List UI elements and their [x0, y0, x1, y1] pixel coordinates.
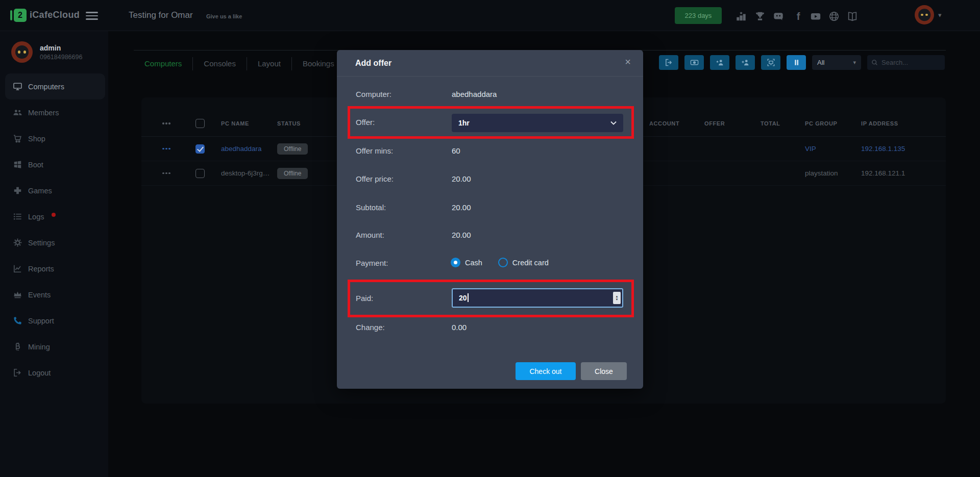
cart-icon — [13, 134, 22, 143]
add-member-button[interactable] — [736, 55, 755, 70]
column-header-pc-group[interactable]: PC GROUP — [805, 120, 861, 127]
admin-phone: 096184986696 — [40, 54, 82, 61]
alert-dot — [52, 213, 56, 217]
column-header-total[interactable]: TOTAL — [761, 120, 805, 127]
number-spinner[interactable]: ▲▼ — [613, 292, 621, 304]
cash-radio[interactable] — [451, 258, 460, 267]
tab-consoles[interactable]: Consoles — [193, 57, 247, 70]
row-actions-icon — [162, 122, 195, 124]
row-checkbox[interactable] — [195, 144, 205, 154]
screen-box-icon — [767, 58, 775, 67]
column-header-account[interactable]: ACCOUNT — [649, 120, 704, 127]
sidebar-item-label: Support — [28, 317, 54, 325]
trophy-icon[interactable] — [754, 10, 766, 22]
admin-name: admin — [40, 44, 82, 52]
docs-book-icon[interactable] — [846, 10, 859, 22]
status-badge: Offline — [277, 168, 308, 179]
row-actions-icon[interactable] — [162, 172, 195, 174]
paid-input[interactable] — [452, 288, 623, 308]
sidebar-item-label: Logout — [28, 369, 51, 377]
close-button[interactable]: Close — [581, 362, 627, 380]
globe-icon[interactable] — [828, 10, 840, 22]
sidebar-item-games[interactable]: Games — [0, 178, 108, 204]
tab-layout[interactable]: Layout — [247, 57, 292, 70]
modal-title: Add offer — [355, 59, 391, 68]
phone-icon — [13, 316, 22, 325]
sidebar: admin 096184986696 Computers Members Sho… — [0, 31, 108, 477]
chevron-down-icon: ▾ — [853, 59, 856, 66]
sidebar-item-reports[interactable]: Reports — [0, 256, 108, 282]
change-label: Change: — [356, 323, 385, 332]
sidebar-item-computers[interactable]: Computers — [5, 73, 105, 99]
offer-select[interactable]: 1hr — [452, 114, 623, 132]
select-all-checkbox[interactable] — [195, 119, 205, 128]
add-member-star-icon — [716, 58, 724, 67]
pc-group-link[interactable]: VIP — [805, 145, 861, 153]
sidebar-item-logout[interactable]: Logout — [0, 360, 108, 386]
filter-value: All — [817, 59, 824, 66]
offer-label: Offer: — [356, 118, 375, 127]
ip-address-link[interactable]: 192.168.1.135 — [861, 145, 946, 153]
close-icon[interactable]: × — [625, 56, 631, 68]
page-title: Testing for Omar — [129, 10, 193, 20]
search-icon — [871, 59, 878, 66]
credit-card-radio-label: Credit card — [512, 259, 549, 267]
cash-radio-label: Cash — [465, 259, 482, 267]
filter-select[interactable]: All ▾ — [812, 55, 861, 70]
status-badge: Offline — [277, 143, 308, 155]
tab-computers[interactable]: Computers — [134, 57, 193, 70]
sidebar-item-boot[interactable]: Boot — [0, 152, 108, 178]
sidebar-item-settings[interactable]: Settings — [0, 230, 108, 256]
ranking-icon[interactable] — [735, 10, 747, 22]
sidebar-item-members[interactable]: Members — [0, 99, 108, 125]
sidebar-item-events[interactable]: Events — [0, 282, 108, 308]
check-out-button[interactable]: Check out — [516, 362, 576, 380]
screen-box-button[interactable] — [761, 55, 780, 70]
give-us-a-like-link[interactable]: Give us a like — [206, 13, 242, 19]
days-remaining-badge[interactable]: 223 days — [675, 7, 722, 24]
windows-icon — [13, 160, 22, 169]
add-member-star-button[interactable] — [710, 55, 729, 70]
pc-name-link[interactable]: abedhaddara — [221, 145, 277, 153]
computer-value: abedhaddara — [452, 90, 497, 98]
checkout-button[interactable] — [659, 55, 678, 70]
text-cursor — [468, 293, 469, 302]
sidebar-item-label: Events — [28, 291, 51, 299]
checkout-icon — [665, 58, 673, 67]
pause-button[interactable] — [787, 55, 806, 70]
bitcoin-icon — [13, 342, 22, 352]
change-value: 0.00 — [452, 323, 467, 332]
youtube-icon[interactable] — [810, 10, 822, 22]
computer-label: Computer: — [356, 90, 391, 98]
offer-price-label: Offer price: — [356, 174, 394, 183]
search-input[interactable] — [881, 59, 941, 66]
sidebar-item-logs[interactable]: Logs — [0, 204, 108, 230]
logo-icon-square: 2 — [14, 9, 27, 22]
sidebar-item-support[interactable]: Support — [0, 308, 108, 334]
row-actions-icon[interactable] — [162, 148, 195, 150]
members-icon — [13, 108, 22, 117]
chevron-down-icon[interactable]: ▾ — [938, 11, 942, 19]
user-avatar[interactable] — [915, 5, 934, 24]
credit-card-radio[interactable] — [498, 258, 508, 267]
sidebar-item-shop[interactable]: Shop — [0, 125, 108, 152]
amount-label: Amount: — [356, 231, 384, 239]
column-header-status[interactable]: STATUS — [277, 120, 338, 127]
facebook-icon[interactable]: f — [792, 10, 804, 22]
row-checkbox[interactable] — [195, 169, 205, 178]
column-header-offer[interactable]: OFFER — [704, 120, 761, 127]
hamburger-menu-icon[interactable] — [86, 12, 98, 20]
payment-label: Payment: — [356, 259, 388, 267]
sidebar-item-mining[interactable]: Mining — [0, 334, 108, 360]
offer-select-value: 1hr — [458, 119, 470, 127]
monitor-icon — [13, 82, 22, 91]
sidebar-item-label: Members — [28, 109, 59, 117]
pc-name-text[interactable]: desktop-6j3rg… — [221, 169, 277, 177]
modal-header: Add offer × — [337, 50, 643, 77]
admin-profile[interactable]: admin 096184986696 — [11, 41, 82, 63]
discord-icon[interactable] — [772, 10, 785, 22]
cash-button[interactable] — [684, 55, 704, 70]
subtotal-value: 20.00 — [452, 203, 471, 212]
column-header-pc-name[interactable]: PC NAME — [221, 120, 277, 127]
column-header-ip[interactable]: IP ADDRESS — [861, 120, 946, 127]
